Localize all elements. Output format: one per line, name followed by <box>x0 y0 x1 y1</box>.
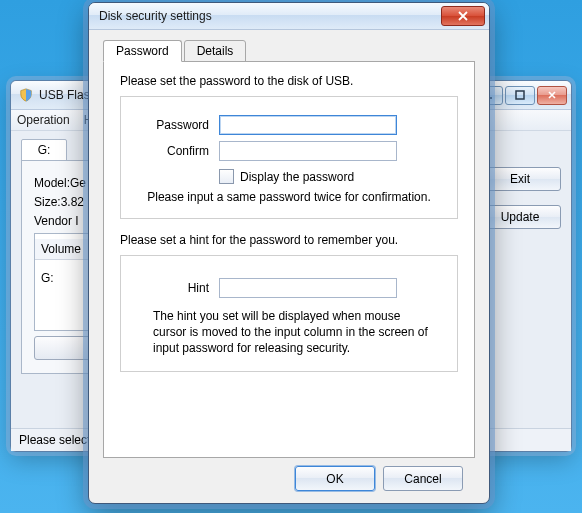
update-button[interactable]: Update <box>479 205 561 229</box>
cancel-button[interactable]: Cancel <box>383 466 463 491</box>
update-button-label: Update <box>501 210 540 224</box>
disk-security-dialog: Disk security settings Password Details … <box>88 2 490 504</box>
hint-group: Hint The hint you set will be displayed … <box>120 255 458 372</box>
menu-operation[interactable]: Operation <box>17 113 70 127</box>
hint-heading: Please set a hint for the password to re… <box>120 233 458 247</box>
confirm-label: Confirm <box>137 144 209 158</box>
hint-explain: The hint you set will be displayed when … <box>153 308 435 357</box>
password-note: Please input a same password twice for c… <box>137 190 441 204</box>
tab-details-label: Details <box>197 44 234 58</box>
dialog-close-button[interactable] <box>441 6 485 26</box>
ok-button-label: OK <box>326 472 343 486</box>
tab-details[interactable]: Details <box>184 40 247 62</box>
password-heading: Please set the password to the disk of U… <box>120 74 458 88</box>
password-label: Password <box>137 118 209 132</box>
hint-input[interactable] <box>219 278 397 298</box>
password-input[interactable] <box>219 115 397 135</box>
tabs: Password Details <box>103 40 475 62</box>
cancel-button-label: Cancel <box>404 472 441 486</box>
hint-label: Hint <box>137 281 209 295</box>
display-password-label: Display the password <box>240 170 354 184</box>
tab-password-label: Password <box>116 44 169 58</box>
ok-button[interactable]: OK <box>295 466 375 491</box>
tab-page: Please set the password to the disk of U… <box>103 61 475 458</box>
password-group: Password Confirm Display the password Pl… <box>120 96 458 219</box>
maximize-button[interactable] <box>505 86 535 105</box>
dialog-title: Disk security settings <box>99 9 441 23</box>
svg-rect-1 <box>516 91 524 99</box>
display-password-checkbox[interactable] <box>219 169 234 184</box>
exit-button-label: Exit <box>510 172 530 186</box>
exit-button[interactable]: Exit <box>479 167 561 191</box>
confirm-input[interactable] <box>219 141 397 161</box>
tab-password[interactable]: Password <box>103 40 182 62</box>
shield-icon <box>19 88 33 102</box>
drive-tab-label: G: <box>38 143 51 157</box>
drive-tab[interactable]: G: <box>21 139 67 161</box>
dialog-titlebar[interactable]: Disk security settings <box>89 3 489 30</box>
parent-close-button[interactable] <box>537 86 567 105</box>
